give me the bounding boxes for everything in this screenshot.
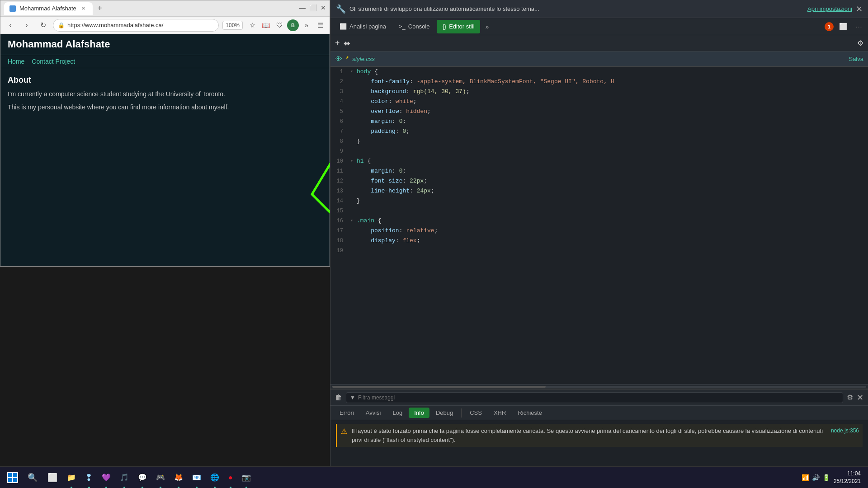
console-tab-debug[interactable]: Debug xyxy=(430,408,458,418)
settings-button[interactable]: ☰ xyxy=(314,19,326,31)
taskbar-app-red[interactable]: ● xyxy=(225,469,236,487)
console-tool-btn[interactable]: >_ Console xyxy=(393,20,435,33)
styles-icon: {} xyxy=(442,23,446,30)
nav-contact[interactable]: Contact Project xyxy=(32,58,75,65)
editor-scrollbar[interactable] xyxy=(330,384,868,389)
code-line: 2 font-family: -apple-system, BlinkMacSy… xyxy=(330,77,868,87)
console-tab-errors[interactable]: Errori xyxy=(334,408,359,418)
dock-button[interactable]: ⬜ xyxy=(837,21,849,33)
back-button[interactable]: ‹ xyxy=(4,19,17,32)
line-number: 15 xyxy=(330,206,349,216)
line-content: color: white; xyxy=(355,97,868,107)
line-fold-indicator[interactable]: ▾ xyxy=(349,67,355,77)
console-clear-button[interactable]: 🗑 xyxy=(335,394,342,402)
line-number: 6 xyxy=(330,117,349,127)
search-button[interactable]: 🔍 xyxy=(24,469,42,487)
website-section-about: About I'm currently a computer science s… xyxy=(0,68,330,123)
devtools-banner-close[interactable]: ✕ xyxy=(856,4,863,14)
more-tools-button[interactable]: » xyxy=(482,21,493,32)
scrollbar-track[interactable] xyxy=(332,386,866,388)
shield-button[interactable]: 🛡 xyxy=(274,19,285,31)
code-line: 10▾h1 { xyxy=(330,156,868,166)
taskbar-app-camera[interactable]: 📷 xyxy=(238,469,255,487)
read-mode-button[interactable]: 📖 xyxy=(260,19,272,31)
start-button[interactable] xyxy=(4,469,22,487)
line-number: 7 xyxy=(330,127,349,136)
taskbar-firefox[interactable]: 🦊 xyxy=(170,469,187,487)
forward-button[interactable]: › xyxy=(20,19,33,32)
line-fold-indicator[interactable]: ▾ xyxy=(349,156,355,166)
editor-panel: + ⬌ ⚙ 👁 * style.css Salva 1▾body {2 font… xyxy=(330,35,868,389)
warning-source[interactable]: node.js:356 xyxy=(831,427,859,434)
taskbar-game[interactable]: 🎮 xyxy=(152,469,169,487)
new-file-button[interactable]: + xyxy=(335,38,340,48)
close-button[interactable]: ✕ xyxy=(321,4,326,11)
taskbar-chat[interactable]: 💬 xyxy=(134,469,151,487)
tab-close-btn[interactable]: ✕ xyxy=(80,5,87,12)
section-paragraph-2: This is my personal website where you ca… xyxy=(8,103,322,112)
profile-button[interactable]: B xyxy=(287,19,299,31)
code-line: 17 position: relative; xyxy=(330,226,868,236)
url-text: https://www.mohammadalafshate.ca/ xyxy=(67,22,163,28)
nav-home[interactable]: Home xyxy=(8,58,24,65)
taskbar-vscode[interactable]: ❢ xyxy=(81,469,96,487)
line-content: body { xyxy=(355,67,868,77)
code-line: 18 display: flex; xyxy=(330,236,868,246)
taskbar-app-purple[interactable]: 💜 xyxy=(98,469,114,487)
devtools-toolbar: ⬜ Analisi pagina >_ Console {} Editor st… xyxy=(330,18,868,35)
clock-date: 25/12/2021 xyxy=(834,478,861,485)
taskbar-music[interactable]: 🎵 xyxy=(116,469,132,487)
console-settings-button[interactable]: ⚙ xyxy=(847,393,853,402)
star-button[interactable]: ☆ xyxy=(246,19,258,31)
devtools-logo: 🔧 xyxy=(336,4,346,14)
code-editor[interactable]: 1▾body {2 font-family: -apple-system, Bl… xyxy=(330,67,868,384)
console-tab-css[interactable]: CSS xyxy=(464,408,487,418)
line-number: 10 xyxy=(330,156,349,166)
devtools-window: 🔧 Gli strumenti di sviluppo ora utilizza… xyxy=(330,0,868,488)
line-content: } xyxy=(355,196,868,206)
more-options-button[interactable]: ⋯ xyxy=(853,21,864,33)
console-tab-info[interactable]: Info xyxy=(409,408,429,418)
import-button[interactable]: ⬌ xyxy=(344,38,350,48)
line-number: 1 xyxy=(330,67,349,77)
devtools-apply-button[interactable]: Apri impostazioni xyxy=(807,5,852,12)
console-tab-log[interactable]: Log xyxy=(387,408,408,418)
line-content xyxy=(355,206,868,216)
reload-button[interactable]: ↻ xyxy=(37,19,49,32)
console-tab-xhr[interactable]: XHR xyxy=(488,408,511,418)
taskbar-clock[interactable]: 11:04 25/12/2021 xyxy=(834,470,861,485)
task-view-button[interactable]: ⬜ xyxy=(43,469,61,487)
inspector-tool-btn[interactable]: ⬜ Analisi pagina xyxy=(334,20,392,33)
console-filter-input[interactable] xyxy=(358,394,839,401)
code-line: 16▾.main { xyxy=(330,216,868,226)
inspector-label: Analisi pagina xyxy=(349,23,386,30)
line-fold-indicator[interactable]: ▾ xyxy=(349,216,355,226)
line-content: .main { xyxy=(355,216,868,226)
console-tab-warnings[interactable]: Avvisi xyxy=(360,408,387,418)
save-button[interactable]: Salva xyxy=(849,56,863,62)
address-bar[interactable]: 🔒 https://www.mohammadalafshate.ca/ xyxy=(53,19,219,32)
taskbar-mail[interactable]: 📧 xyxy=(189,469,205,487)
console-filter[interactable]: ▼ xyxy=(346,392,843,403)
minimize-button[interactable]: — xyxy=(299,4,306,11)
line-number: 13 xyxy=(330,186,349,196)
code-line: 12 font-size: 22px; xyxy=(330,176,868,186)
extensions-button[interactable]: » xyxy=(301,19,312,31)
restore-button[interactable]: ⬜ xyxy=(309,4,317,11)
styles-label: Editor stili xyxy=(449,23,474,30)
browser-tab[interactable]: Mohammad Alafshate ✕ xyxy=(4,2,93,15)
new-tab-button[interactable]: + xyxy=(94,3,105,14)
taskbar-edge[interactable]: 🌐 xyxy=(207,469,223,487)
console-close-button[interactable]: ✕ xyxy=(857,393,863,403)
code-line: 14} xyxy=(330,196,868,206)
clock-time: 11:04 xyxy=(834,470,861,478)
styles-tool-btn[interactable]: {} Editor stili xyxy=(437,20,480,33)
tab-title: Mohammad Alafshate xyxy=(19,5,76,12)
console-tab-requests[interactable]: Richieste xyxy=(512,408,547,418)
website-header: Mohammad Alafshate xyxy=(0,34,330,55)
console-label: Console xyxy=(408,23,430,30)
line-number: 11 xyxy=(330,166,349,176)
editor-settings-button[interactable]: ⚙ xyxy=(857,39,863,47)
taskbar-explorer[interactable]: 📁 xyxy=(63,469,80,487)
console-tabs: Errori Avvisi Log Info Debug CSS XHR Ric… xyxy=(330,406,868,420)
